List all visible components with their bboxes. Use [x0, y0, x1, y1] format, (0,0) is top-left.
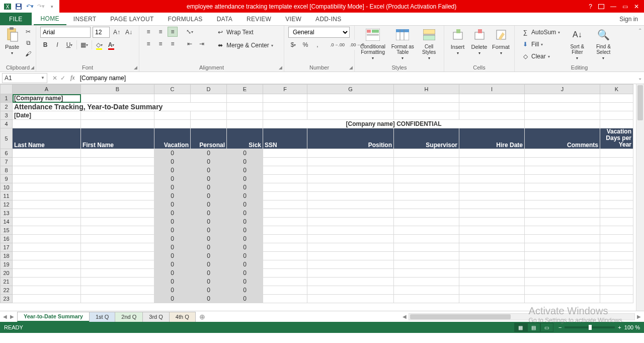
cell[interactable] — [394, 209, 459, 217]
cell[interactable] — [394, 166, 459, 174]
cell[interactable]: 0 — [227, 294, 263, 303]
comma-format-icon[interactable]: , — [312, 40, 323, 50]
cell[interactable] — [600, 217, 633, 226]
cell[interactable] — [81, 243, 154, 251]
row-header[interactable]: 18 — [1, 251, 13, 260]
cell[interactable] — [394, 251, 459, 260]
number-dialog-launcher[interactable]: ◢ — [349, 65, 353, 70]
cell[interactable] — [13, 286, 81, 294]
cell[interactable] — [394, 191, 459, 200]
cell[interactable] — [394, 226, 459, 234]
tab-data[interactable]: DATA — [210, 13, 239, 25]
cell[interactable]: 0 — [227, 268, 263, 277]
cell[interactable] — [459, 234, 525, 243]
delete-cells-button[interactable]: Delete▾ — [470, 27, 489, 55]
cell[interactable] — [459, 111, 525, 120]
cell[interactable] — [263, 157, 307, 166]
row-header[interactable]: 5 — [1, 128, 13, 149]
zoom-percent[interactable]: 100 % — [624, 324, 640, 330]
cell[interactable] — [600, 260, 633, 268]
cell[interactable] — [459, 268, 525, 277]
cell[interactable] — [81, 286, 154, 294]
redo-icon[interactable]: ↷▾ — [36, 2, 45, 11]
cell[interactable]: 0 — [191, 260, 227, 268]
cell[interactable]: 0 — [154, 243, 191, 251]
cell[interactable]: 0 — [154, 191, 191, 200]
cell[interactable] — [263, 200, 307, 209]
cell[interactable]: 0 — [191, 286, 227, 294]
row-header[interactable]: 11 — [1, 191, 13, 200]
cell[interactable] — [13, 166, 81, 174]
sign-in-link[interactable]: Sign in — [613, 13, 644, 25]
cell[interactable] — [525, 191, 600, 200]
cell[interactable] — [525, 251, 600, 260]
cell[interactable] — [263, 294, 307, 303]
cell[interactable]: 0 — [191, 191, 227, 200]
cell[interactable] — [307, 200, 394, 209]
column-header[interactable]: A — [13, 85, 81, 94]
cell[interactable] — [263, 94, 307, 103]
cell[interactable] — [600, 103, 633, 111]
cell[interactable]: [Date] — [13, 111, 81, 120]
cell[interactable]: 0 — [227, 260, 263, 268]
underline-button[interactable]: U — [64, 40, 74, 50]
cell[interactable]: 0 — [154, 166, 191, 174]
cell[interactable] — [525, 277, 600, 286]
insert-cells-button[interactable]: Insert▾ — [448, 27, 467, 55]
font-color-button[interactable]: A — [106, 40, 116, 50]
cell[interactable] — [600, 166, 633, 174]
cell[interactable] — [154, 94, 191, 103]
sheet-tab-q3[interactable]: 3rd Q — [142, 312, 170, 322]
cell[interactable] — [81, 260, 154, 268]
orientation-icon[interactable]: ⤡ — [185, 27, 195, 37]
cell[interactable] — [459, 260, 525, 268]
font-size-input[interactable] — [93, 27, 110, 38]
cell[interactable]: 0 — [154, 183, 191, 191]
cell[interactable] — [13, 157, 81, 166]
tab-home[interactable]: HOME — [34, 13, 66, 25]
sheet-tab-q2[interactable]: 2nd Q — [115, 312, 143, 322]
row-header[interactable]: 19 — [1, 260, 13, 268]
cell[interactable]: 0 — [154, 157, 191, 166]
cell[interactable] — [459, 226, 525, 234]
align-top-icon[interactable]: ≡ — [143, 27, 153, 37]
cell[interactable] — [600, 243, 633, 251]
cell[interactable] — [307, 268, 394, 277]
table-header-cell[interactable]: Personal — [191, 128, 227, 149]
cell[interactable]: 0 — [154, 277, 191, 286]
cell[interactable] — [459, 183, 525, 191]
sort-filter-button[interactable]: A↓Sort & Filter▾ — [566, 27, 589, 60]
italic-button[interactable]: I — [52, 40, 62, 50]
qat-customize-icon[interactable]: ▾ — [47, 2, 56, 11]
cell[interactable] — [394, 149, 459, 157]
cell[interactable]: 0 — [227, 174, 263, 183]
cell[interactable] — [525, 174, 600, 183]
row-header[interactable]: 10 — [1, 183, 13, 191]
cell[interactable] — [13, 174, 81, 183]
row-header[interactable]: 8 — [1, 166, 13, 174]
cell[interactable]: 0 — [191, 209, 227, 217]
border-button[interactable]: ▦ — [79, 40, 90, 50]
align-right-icon[interactable]: ≡ — [168, 39, 178, 49]
find-select-button[interactable]: 🔍Find & Select▾ — [592, 27, 615, 60]
cell[interactable] — [81, 183, 154, 191]
cell[interactable] — [394, 200, 459, 209]
table-header-cell[interactable]: Supervisor — [394, 128, 459, 149]
cell[interactable] — [307, 226, 394, 234]
cell[interactable] — [525, 286, 600, 294]
cell[interactable] — [81, 277, 154, 286]
cell[interactable]: 0 — [227, 277, 263, 286]
row-header[interactable]: 20 — [1, 268, 13, 277]
increase-font-icon[interactable]: A↑ — [112, 27, 122, 37]
cell[interactable] — [13, 277, 81, 286]
column-header[interactable]: E — [227, 85, 263, 94]
accounting-format-icon[interactable]: $ — [288, 40, 298, 50]
autosum-button[interactable]: ∑AutoSum — [519, 27, 562, 38]
row-header[interactable]: 22 — [1, 286, 13, 294]
cell[interactable]: 0 — [154, 286, 191, 294]
cell[interactable] — [307, 260, 394, 268]
cell[interactable] — [191, 111, 227, 120]
column-header[interactable]: J — [525, 85, 600, 94]
column-header[interactable]: H — [394, 85, 459, 94]
select-all-corner[interactable] — [1, 85, 13, 94]
